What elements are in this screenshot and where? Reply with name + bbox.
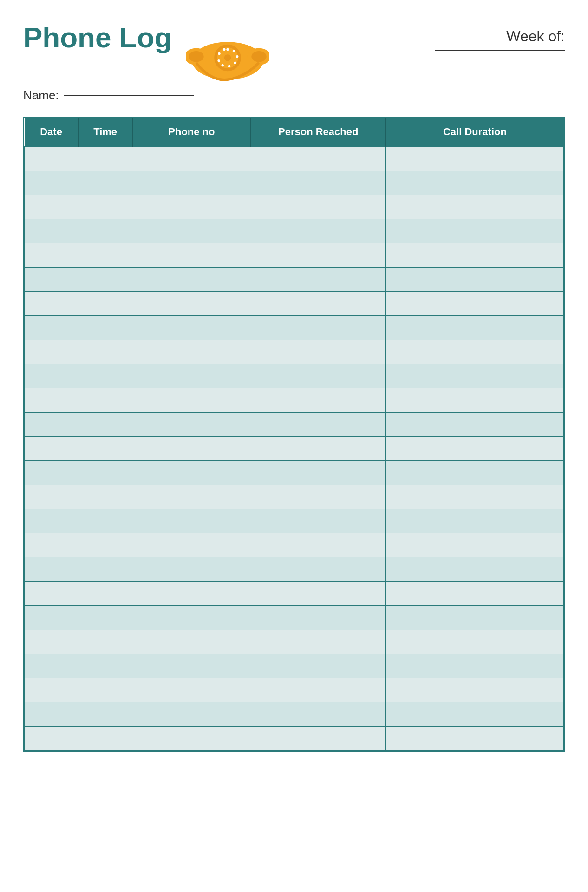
table-cell bbox=[132, 437, 251, 461]
table-cell bbox=[78, 219, 132, 243]
table-row bbox=[25, 316, 564, 340]
table-row bbox=[25, 171, 564, 195]
table-row bbox=[25, 702, 564, 727]
table-cell bbox=[251, 654, 385, 678]
table-cell bbox=[25, 702, 78, 727]
table-cell bbox=[132, 678, 251, 702]
table-cell bbox=[251, 533, 385, 558]
table-cell bbox=[78, 630, 132, 654]
table-cell bbox=[385, 678, 563, 702]
table-cell bbox=[251, 219, 385, 243]
table-cell bbox=[132, 413, 251, 437]
table-cell bbox=[25, 678, 78, 702]
table-row bbox=[25, 678, 564, 702]
svg-point-11 bbox=[228, 65, 230, 67]
table-cell bbox=[132, 316, 251, 340]
table-cell bbox=[25, 533, 78, 558]
col-header-person: Person Reached bbox=[251, 118, 385, 147]
table-cell bbox=[78, 388, 132, 413]
table-row bbox=[25, 243, 564, 268]
table-cell bbox=[385, 582, 563, 606]
table-cell bbox=[132, 461, 251, 485]
table-cell bbox=[251, 147, 385, 171]
svg-point-9 bbox=[236, 55, 238, 58]
table-cell bbox=[132, 558, 251, 582]
col-header-date: Date bbox=[25, 118, 78, 147]
table-cell bbox=[25, 630, 78, 654]
table-row bbox=[25, 630, 564, 654]
table-cell bbox=[251, 388, 385, 413]
table-cell bbox=[251, 509, 385, 533]
table-cell bbox=[385, 461, 563, 485]
table-cell bbox=[251, 243, 385, 268]
svg-point-10 bbox=[234, 62, 236, 64]
table-cell bbox=[385, 702, 563, 727]
table-cell bbox=[78, 509, 132, 533]
table-cell bbox=[385, 243, 563, 268]
table-cell bbox=[78, 316, 132, 340]
table-cell bbox=[132, 243, 251, 268]
table-row bbox=[25, 292, 564, 316]
table-cell bbox=[25, 582, 78, 606]
table-cell bbox=[25, 606, 78, 630]
table-cell bbox=[132, 292, 251, 316]
table-row bbox=[25, 219, 564, 243]
table-cell bbox=[385, 219, 563, 243]
table-row bbox=[25, 413, 564, 437]
table-cell bbox=[251, 316, 385, 340]
table-cell bbox=[25, 485, 78, 509]
table-cell bbox=[132, 606, 251, 630]
phone-icon bbox=[186, 21, 269, 86]
table-cell bbox=[78, 558, 132, 582]
table-cell bbox=[25, 413, 78, 437]
table-cell bbox=[25, 461, 78, 485]
svg-point-13 bbox=[218, 59, 220, 62]
col-header-phone: Phone no bbox=[132, 118, 251, 147]
table-cell bbox=[78, 727, 132, 751]
table-cell bbox=[25, 509, 78, 533]
table-cell bbox=[251, 364, 385, 388]
table-row bbox=[25, 340, 564, 364]
table-row bbox=[25, 388, 564, 413]
table-cell bbox=[132, 582, 251, 606]
table-cell bbox=[251, 727, 385, 751]
table-cell bbox=[78, 582, 132, 606]
week-of-line bbox=[435, 50, 565, 51]
table-cell bbox=[385, 413, 563, 437]
table-cell bbox=[132, 388, 251, 413]
table-cell bbox=[78, 364, 132, 388]
table-row bbox=[25, 437, 564, 461]
table-cell bbox=[385, 558, 563, 582]
svg-point-7 bbox=[227, 48, 229, 51]
svg-point-2 bbox=[189, 51, 204, 62]
table-cell bbox=[132, 195, 251, 219]
table-cell bbox=[78, 533, 132, 558]
table-cell bbox=[251, 171, 385, 195]
svg-point-16 bbox=[224, 54, 231, 61]
name-label: Name: bbox=[23, 88, 59, 103]
svg-point-4 bbox=[252, 51, 267, 62]
table-cell bbox=[78, 606, 132, 630]
svg-point-14 bbox=[218, 52, 221, 55]
table-cell bbox=[78, 147, 132, 171]
week-of-label: Week of: bbox=[506, 28, 565, 45]
table-cell bbox=[251, 678, 385, 702]
table-cell bbox=[25, 171, 78, 195]
table-cell bbox=[385, 340, 563, 364]
table-cell bbox=[251, 606, 385, 630]
table-cell bbox=[132, 340, 251, 364]
table-cell bbox=[385, 316, 563, 340]
table-row bbox=[25, 268, 564, 292]
table-cell bbox=[251, 195, 385, 219]
table-cell bbox=[385, 147, 563, 171]
table-cell bbox=[25, 195, 78, 219]
table-cell bbox=[25, 727, 78, 751]
table-cell bbox=[132, 533, 251, 558]
table-cell bbox=[25, 147, 78, 171]
svg-point-8 bbox=[233, 50, 235, 52]
table-row bbox=[25, 727, 564, 751]
table-row bbox=[25, 147, 564, 171]
table-row bbox=[25, 606, 564, 630]
table-cell bbox=[132, 630, 251, 654]
table-cell bbox=[78, 171, 132, 195]
